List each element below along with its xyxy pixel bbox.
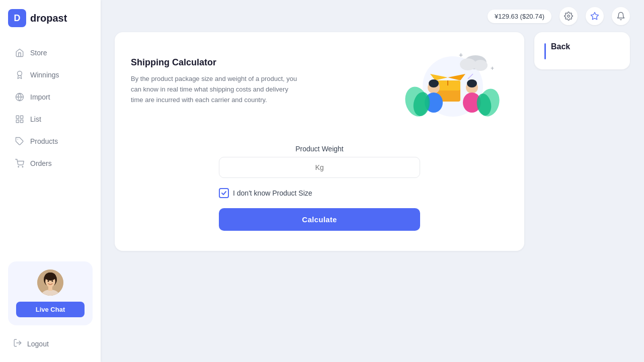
svg-point-8 [18, 166, 19, 167]
logout-icon [13, 338, 22, 349]
settings-button[interactable] [559, 7, 578, 25]
svg-rect-5 [21, 120, 23, 123]
svg-point-24 [473, 60, 488, 71]
shipping-illustration: + + [397, 46, 508, 117]
sidebar-item-products[interactable]: Products [5, 131, 96, 152]
sidebar-item-import-label: Import [30, 93, 50, 101]
logo-area: D dropast [0, 0, 101, 36]
weight-label: Product Weight [219, 145, 420, 153]
checkbox-row: I don't know Product Size [219, 188, 420, 198]
svg-point-0 [18, 71, 22, 76]
balance-display: ¥129.63 ($20.74) [488, 10, 551, 23]
weight-form-group: Product Weight [219, 145, 420, 178]
sidebar-bottom: Live Chat Logout [0, 253, 101, 362]
live-chat-card: Live Chat [8, 261, 93, 325]
sidebar-item-store[interactable]: Store [5, 42, 96, 63]
logout-item[interactable]: Logout [8, 333, 93, 354]
svg-text:+: + [491, 65, 494, 72]
sidebar-item-list[interactable]: List [5, 109, 96, 130]
back-accent-bar [544, 43, 546, 59]
svg-rect-6 [16, 120, 19, 123]
import-icon [15, 93, 24, 102]
product-size-checkbox[interactable] [219, 188, 229, 198]
page-content: Shipping Calculator By the product packa… [101, 32, 644, 362]
sidebar-item-store-label: Store [30, 49, 47, 57]
svg-point-23 [460, 58, 476, 70]
shipping-title: Shipping Calculator [131, 57, 397, 68]
sidebar-item-products-label: Products [30, 137, 58, 145]
sidebar-item-list-label: List [30, 115, 41, 123]
weight-input[interactable] [219, 157, 420, 178]
sidebar-nav: Store Winnings Import [0, 36, 101, 253]
svg-point-36 [467, 79, 477, 87]
sidebar-item-winnings-label: Winnings [30, 71, 59, 79]
list-icon [15, 115, 24, 124]
sidebar-item-winnings[interactable]: Winnings [5, 64, 96, 85]
main-content: ¥129.63 ($20.74) Shipping Calculator By … [101, 0, 644, 362]
live-chat-button[interactable]: Live Chat [16, 302, 85, 317]
checkbox-label: I don't know Product Size [233, 189, 312, 197]
shipping-text-block: Shipping Calculator By the product packa… [131, 57, 397, 105]
svg-point-17 [52, 281, 53, 282]
svg-point-9 [22, 166, 23, 167]
svg-point-19 [568, 15, 570, 18]
sidebar: D dropast Store Winnings [0, 0, 101, 362]
shipping-description: By the product package size and weight o… [131, 74, 302, 105]
logo-icon: D [8, 9, 26, 27]
svg-point-16 [48, 281, 49, 282]
svg-text:+: + [459, 51, 463, 59]
back-button[interactable]: Back [551, 42, 570, 51]
store-icon [15, 48, 24, 57]
winnings-icon [15, 70, 24, 79]
svg-rect-4 [21, 116, 23, 118]
avatar [37, 269, 63, 296]
svg-point-13 [45, 273, 56, 281]
calculator-form: Product Weight I don't know Product Size… [115, 131, 524, 251]
products-icon [15, 137, 24, 146]
shipping-calculator-card: Shipping Calculator By the product packa… [115, 32, 524, 251]
back-panel: Back [534, 32, 630, 69]
svg-point-33 [429, 79, 439, 87]
notification-button[interactable] [612, 7, 630, 25]
logo-text: dropast [30, 13, 67, 24]
sidebar-item-orders[interactable]: Orders [5, 153, 96, 174]
sidebar-item-import[interactable]: Import [5, 86, 96, 108]
sidebar-item-orders-label: Orders [30, 159, 52, 167]
logout-label: Logout [27, 340, 49, 348]
header: ¥129.63 ($20.74) [101, 0, 644, 32]
calculate-button[interactable]: Calculate [219, 208, 420, 231]
svg-rect-3 [16, 116, 19, 118]
orders-icon [15, 159, 24, 168]
svg-rect-15 [48, 287, 52, 291]
shipping-card-header: Shipping Calculator By the product packa… [115, 32, 524, 131]
svg-marker-20 [591, 13, 599, 20]
dropast-icon-button[interactable] [586, 7, 604, 25]
